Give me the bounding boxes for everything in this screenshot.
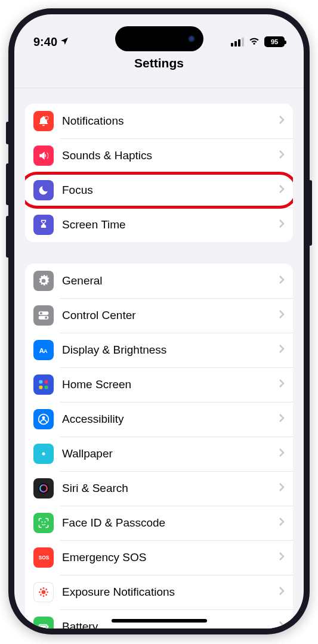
toggles-icon (33, 305, 54, 326)
chevron-right-icon (279, 275, 285, 287)
svg-point-13 (42, 416, 45, 419)
battery-icon (33, 617, 54, 628)
row-label: Accessibility (62, 413, 279, 426)
svg-point-32 (47, 592, 48, 593)
row-label: Screen Time (62, 218, 279, 231)
moon-icon (33, 180, 54, 200)
svg-point-15 (42, 450, 44, 451)
svg-point-5 (45, 317, 47, 319)
settings-row-sos[interactable]: SOSEmergency SOS (25, 540, 293, 575)
svg-point-21 (40, 456, 42, 457)
virus-icon (33, 582, 54, 602)
row-label: Display & Brightness (62, 343, 279, 357)
chevron-right-icon (279, 448, 285, 460)
svg-point-18 (46, 453, 48, 454)
row-label: Wallpaper (62, 447, 279, 460)
svg-point-22 (45, 456, 47, 457)
svg-rect-38 (48, 626, 49, 627)
location-icon (60, 35, 69, 49)
svg-rect-8 (39, 380, 43, 384)
settings-row-faceid[interactable]: Face ID & Passcode (25, 506, 293, 540)
row-label: Sounds & Haptics (62, 149, 279, 162)
row-label: Emergency SOS (62, 551, 279, 564)
svg-point-30 (43, 595, 45, 597)
volume-up-button (6, 163, 10, 205)
home-indicator[interactable] (112, 619, 207, 623)
cellular-icon (231, 38, 244, 47)
svg-point-31 (39, 592, 41, 593)
dynamic-island (115, 26, 203, 51)
chevron-right-icon (279, 517, 285, 529)
svg-point-17 (39, 453, 41, 454)
svg-point-29 (43, 587, 45, 589)
navbar: Settings (14, 56, 304, 88)
phone-frame: 9:40 95 Settings NotificationsSounds & H… (8, 8, 310, 634)
svg-point-36 (45, 594, 47, 596)
settings-group: GeneralControl CenterAADisplay & Brightn… (25, 264, 293, 628)
gear-icon (33, 271, 54, 291)
settings-row-screentime[interactable]: Screen Time (25, 208, 293, 242)
svg-point-28 (42, 590, 46, 595)
chevron-right-icon (279, 482, 285, 494)
svg-rect-11 (45, 386, 48, 389)
settings-row-homescreen[interactable]: Home Screen (25, 367, 293, 402)
aa-icon: AA (33, 340, 54, 360)
person-icon (33, 409, 54, 429)
chevron-right-icon (279, 150, 285, 162)
settings-row-notifications[interactable]: Notifications (25, 104, 293, 138)
svg-rect-10 (39, 386, 43, 389)
chevron-right-icon (279, 379, 285, 391)
settings-row-general[interactable]: General (25, 264, 293, 298)
svg-text:A: A (44, 348, 48, 354)
settings-row-focus[interactable]: Focus (25, 173, 293, 208)
settings-row-display[interactable]: AADisplay & Brightness (25, 333, 293, 367)
chevron-right-icon (279, 586, 285, 598)
svg-point-20 (45, 450, 47, 452)
settings-row-siri[interactable]: Siri & Search (25, 471, 293, 506)
chevron-right-icon (279, 115, 285, 127)
face-icon (33, 513, 54, 533)
settings-row-controlcenter[interactable]: Control Center (25, 298, 293, 333)
side-button (6, 122, 10, 144)
svg-point-14 (42, 453, 45, 456)
svg-point-34 (45, 589, 47, 590)
page-title: Settings (134, 56, 184, 70)
siri-icon (33, 478, 54, 499)
row-label: Control Center (62, 309, 279, 322)
svg-text:SOS: SOS (39, 555, 50, 561)
settings-row-accessibility[interactable]: Accessibility (25, 402, 293, 436)
settings-row-exposure[interactable]: Exposure Notifications (25, 575, 293, 609)
settings-group: NotificationsSounds & HapticsFocusScreen… (25, 104, 293, 242)
chevron-right-icon (279, 344, 285, 356)
chevron-right-icon (279, 219, 285, 231)
bell-icon (33, 111, 54, 131)
row-label: Face ID & Passcode (62, 516, 279, 530)
settings-row-wallpaper[interactable]: Wallpaper (25, 436, 293, 471)
chevron-right-icon (279, 621, 285, 628)
row-label: General (62, 274, 279, 287)
svg-point-19 (40, 450, 42, 452)
row-label: Notifications (62, 114, 279, 128)
chevron-right-icon (279, 184, 285, 196)
speaker-icon (33, 145, 54, 166)
settings-list[interactable]: NotificationsSounds & HapticsFocusScreen… (14, 88, 304, 628)
wifi-icon (248, 36, 260, 48)
svg-point-16 (42, 456, 44, 458)
settings-row-sounds[interactable]: Sounds & Haptics (25, 138, 293, 173)
volume-down-button (6, 216, 10, 258)
grid-icon (33, 374, 54, 395)
battery-icon: 95 (264, 36, 285, 47)
row-label: Exposure Notifications (62, 586, 279, 599)
svg-point-1 (45, 117, 48, 120)
chevron-right-icon (279, 552, 285, 564)
svg-point-26 (44, 521, 45, 522)
svg-point-25 (41, 521, 42, 522)
hourglass-icon (33, 215, 54, 235)
power-button (308, 180, 312, 246)
svg-rect-9 (45, 380, 48, 384)
svg-point-35 (40, 594, 42, 596)
flower-icon (33, 444, 54, 464)
svg-point-3 (40, 312, 42, 314)
svg-point-33 (40, 589, 42, 590)
row-label: Siri & Search (62, 482, 279, 495)
